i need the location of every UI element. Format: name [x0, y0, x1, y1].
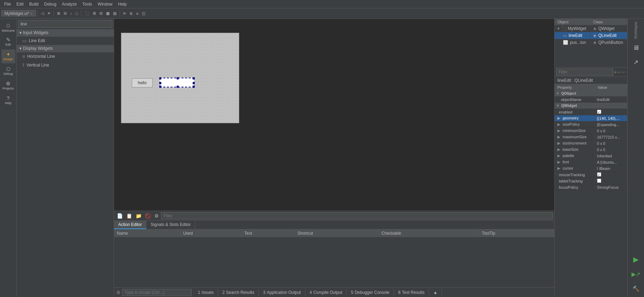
action-filter-input[interactable] — [161, 212, 553, 219]
prop-enabled[interactable]: enabled — [555, 109, 627, 115]
object-row-pushbutton[interactable]: ⬜ pus...ton ◈ QPushButton — [555, 39, 627, 46]
prop-font[interactable]: ▶ font A [Ubuntu... — [555, 159, 627, 165]
action-delete-btn[interactable]: 🚫 — [144, 212, 152, 219]
prop-tablettracking[interactable]: tabletTracking — [555, 178, 627, 185]
form-hello-button[interactable]: hello — [132, 78, 153, 87]
statusbar-tab-test[interactable]: 8 Test Results — [394, 289, 429, 296]
menu-analyze[interactable]: Analyze — [59, 1, 80, 7]
tool-debug[interactable]: ⬡ Debug — [1, 64, 15, 78]
tab-action-editor[interactable]: Action Editor — [114, 221, 146, 229]
props-more-btn[interactable]: ⋯ — [621, 69, 626, 75]
toolbar-btn-13[interactable]: ◫ — [140, 10, 147, 16]
tab-close-icon[interactable]: × — [31, 12, 33, 16]
widget-panel: line ▾ Input Widgets ▭ Line Edit ▾ Displ… — [17, 19, 114, 297]
canvas-container[interactable]: hello — [114, 19, 554, 211]
toolbar-btn-7[interactable]: ⊟ — [98, 10, 104, 16]
form-canvas[interactable]: hello — [121, 33, 239, 123]
menu-tools[interactable]: Tools — [80, 1, 95, 7]
obj-pushbutton-class: ◈ QPushButton — [590, 39, 627, 46]
tool-welcome[interactable]: ⌂ Welcome — [1, 20, 15, 34]
action-new-btn[interactable]: 📄 — [115, 212, 124, 219]
toolbar-btn-2[interactable]: ⊟ — [62, 10, 68, 16]
prop-palette[interactable]: ▶ palette Inherited — [555, 153, 627, 159]
props-add-btn[interactable]: + — [614, 69, 617, 75]
form-lineedit[interactable] — [160, 78, 194, 87]
prop-sizepolicy[interactable]: ▶ sizePolicy [Expanding... — [555, 122, 627, 128]
run-debug-btn[interactable]: ▶↗ — [629, 267, 643, 281]
tab-signals-slots[interactable]: Signals & Slots Editor — [146, 221, 195, 229]
toolbar-btn-10[interactable]: ⊳ — [122, 10, 128, 16]
toolbar-btn-9[interactable]: ▤ — [112, 10, 118, 16]
prop-mousetracking[interactable]: mouseTracking — [555, 172, 627, 178]
menu-window[interactable]: Window — [95, 1, 115, 7]
prop-cursor[interactable]: ▶ cursor I IBeam — [555, 165, 627, 172]
main-layout: ⌂ Welcome ✎ Edit ✦ Design ⬡ Debug ⚙ Proj… — [0, 19, 644, 297]
prop-sizeincrement[interactable]: ▶ sizeIncrement 0 x 0 — [555, 140, 627, 147]
tab-test-label: Test Results — [402, 290, 425, 295]
statusbar-search-input[interactable] — [122, 289, 192, 296]
prop-objectname[interactable]: objectName lineEdit — [555, 97, 627, 103]
obj-pushbutton-icon: ⬜ — [563, 40, 568, 45]
col-text: Text — [241, 229, 295, 237]
statusbar-more-btn[interactable]: ▲ — [429, 289, 442, 296]
statusbar-tab-search[interactable]: 2 Search Results — [218, 289, 259, 296]
tool-edit[interactable]: ✎ Edit — [1, 35, 15, 49]
toolbar-btn-8[interactable]: ▦ — [105, 10, 111, 16]
widget-vertical-line[interactable]: ⦀ Vertical Line — [17, 61, 114, 69]
menu-help[interactable]: Help — [115, 1, 130, 7]
props-table: Property Value ▾ QObject — [555, 84, 627, 297]
action-copy-btn[interactable]: 📋 — [125, 212, 134, 219]
toolbar-sep-1 — [38, 10, 38, 17]
props-filter-input[interactable] — [556, 69, 613, 76]
mywidgets-deploy-btn[interactable]: ↗ — [629, 55, 643, 69]
run-btn[interactable]: ▶ — [629, 252, 643, 266]
toolbar-btn-3[interactable]: ↑ — [69, 11, 74, 16]
prop-font-value: A [Ubuntu... — [595, 159, 627, 165]
object-row-lineedit[interactable]: ▭ lineEdit ◈ QLineEdit — [555, 32, 627, 39]
toolbar-btn-1[interactable]: ⊞ — [56, 10, 62, 16]
basesize-expand-icon: ▶ — [557, 147, 560, 151]
toolbar-nav-back[interactable]: ◁ — [40, 10, 45, 16]
hello-button-label: hello — [138, 80, 146, 85]
prop-minimumsize[interactable]: ▶ minimumSize 0 x 0 — [555, 128, 627, 134]
toolbar-btn-4[interactable]: □ — [74, 11, 79, 16]
mywidgets-monitor-btn[interactable]: 🖥 — [629, 41, 643, 55]
widget-search-input[interactable]: line — [18, 20, 112, 28]
toolbar-btn-5[interactable]: ⬛ — [83, 10, 91, 16]
widget-horizontal-line[interactable]: ≡ Horizontal Line — [17, 52, 114, 61]
prop-geometry[interactable]: ▶ geometry [(140, 140),... — [555, 115, 627, 122]
prop-focuspolicy[interactable]: focusPolicy StrongFocus — [555, 185, 627, 190]
tool-design[interactable]: ✦ Design — [1, 49, 15, 63]
object-row-mywidget[interactable]: ▾ ⬛ MyWidget ◈ QWidget — [555, 25, 627, 32]
horizontal-line-label: Horizontal Line — [27, 54, 55, 59]
toolbar-close-btn[interactable]: ✕ — [46, 10, 52, 16]
menu-file[interactable]: File — [1, 1, 14, 7]
toolbar-btn-11[interactable]: ⊵ — [128, 10, 134, 16]
statusbar-tab-debugger[interactable]: 5 Debugger Console — [347, 289, 394, 296]
toolbar-btn-12[interactable]: ≡ — [135, 11, 140, 16]
handle-bc — [177, 86, 179, 88]
file-tab[interactable]: MyWidget.ui* × — [1, 10, 36, 17]
prop-col-property: Property — [555, 84, 595, 91]
display-widgets-section[interactable]: ▾ Display Widgets — [17, 45, 114, 52]
input-widgets-section[interactable]: ▾ Input Widgets — [17, 29, 114, 37]
props-remove-btn[interactable]: − — [618, 69, 620, 75]
action-settings-btn[interactable]: ⚙ — [153, 212, 160, 219]
prop-basesize[interactable]: ▶ baseSize 0 x 0 — [555, 147, 627, 153]
action-paste-btn[interactable]: 📁 — [134, 212, 143, 219]
statusbar-tab-appoutput[interactable]: 3 Application Output — [259, 289, 305, 296]
menu-build[interactable]: Build — [26, 1, 41, 7]
prop-focuspolicy-value: StrongFocus — [595, 185, 627, 190]
toolbar-btn-6[interactable]: ⊞ — [91, 10, 97, 16]
statusbar-tab-compile[interactable]: 4 Compile Output — [305, 289, 347, 296]
widget-line-edit[interactable]: ▭ Line Edit — [17, 37, 114, 45]
prop-maximumsize[interactable]: ▶ maximumSize 16777215 x... — [555, 134, 627, 140]
build-btn[interactable]: 🔨 — [629, 282, 643, 296]
tool-projects[interactable]: ⚙ Projects — [1, 79, 15, 93]
build-icon: 🔨 — [633, 286, 639, 292]
menu-edit[interactable]: Edit — [14, 1, 26, 7]
menu-debug[interactable]: Debug — [41, 1, 59, 7]
props-filter-bar: + − ⋯ — [555, 68, 627, 77]
statusbar-tab-issues[interactable]: 1 Issues — [194, 289, 218, 296]
tool-help[interactable]: ? Help — [1, 93, 15, 107]
